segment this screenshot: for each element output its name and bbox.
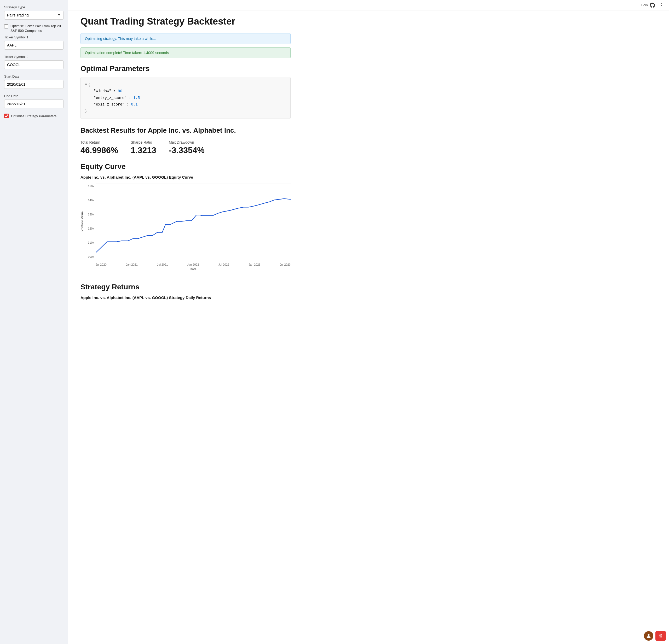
avatar-person-icon (646, 633, 652, 639)
sharpe-ratio-metric: Sharpe Ratio 1.3213 (131, 140, 156, 155)
y-label-130k: 130k (88, 213, 94, 216)
json-close-brace: } (85, 109, 87, 113)
strategy-type-label: Strategy Type (4, 5, 63, 9)
x-label-jul2022: Jul 2022 (218, 263, 229, 266)
ticker1-section: Ticker Symbol 1 (4, 35, 63, 51)
optimal-params-title: Optimal Parameters (81, 64, 290, 73)
y-label-120k: 120k (88, 227, 94, 230)
start-date-input[interactable] (4, 80, 63, 89)
fork-button[interactable]: Fork (641, 3, 655, 8)
equity-curve-section: Apple Inc. vs. Alphabet Inc. (AAPL vs. G… (81, 175, 290, 273)
start-date-label: Start Date (4, 74, 63, 78)
optimise-ticker-label: Optimise Ticker Pair From Top 20 S&P 500… (11, 24, 63, 33)
json-val-window: 90 (118, 89, 122, 93)
json-val-exit: 0.1 (131, 102, 138, 106)
total-return-label: Total Return (81, 140, 118, 144)
metrics-row: Total Return 46.9986% Sharpe Ratio 1.321… (81, 140, 290, 155)
json-collapse-icon[interactable]: ▼ (85, 83, 87, 87)
ticker2-input[interactable] (4, 60, 63, 69)
strategy-returns-title: Strategy Returns (81, 283, 290, 291)
strategy-type-section: Strategy Type Pairs Trading Mean Reversi… (4, 5, 63, 19)
json-open-brace: { (88, 83, 90, 87)
optimise-params-row: Optimise Strategy Parameters (4, 114, 63, 118)
x-label-jan2022: Jan 2022 (187, 263, 199, 266)
json-key-window: "window" (94, 89, 111, 93)
x-axis-title-container: Date (96, 267, 290, 271)
x-label-jul2023: Jul 2023 (280, 263, 290, 266)
max-drawdown-value: -3.3354% (169, 145, 204, 155)
y-label-140k: 140k (88, 199, 94, 202)
equity-line (96, 199, 290, 253)
x-axis-labels: Jul 2020 Jan 2021 Jul 2021 Jan 2022 Jul … (96, 263, 290, 266)
sidebar: Strategy Type Pairs Trading Mean Reversi… (0, 0, 68, 644)
backtest-title: Backtest Results for Apple Inc. vs. Alph… (81, 126, 290, 135)
github-icon (650, 3, 655, 8)
y-axis-title-container: Portfolio Value (81, 184, 84, 259)
chart-area (96, 184, 290, 259)
max-drawdown-label: Max Drawdown (169, 140, 204, 144)
end-date-label: End Date (4, 94, 63, 98)
json-val-entry: 1.5 (133, 96, 140, 100)
sharpe-ratio-value: 1.3213 (131, 145, 156, 155)
json-key-entry: "entry_z_score" (94, 96, 127, 100)
total-return-value: 46.9986% (81, 145, 118, 155)
crown-icon: ♛ (658, 633, 663, 639)
optimise-params-label: Optimise Strategy Parameters (11, 114, 56, 118)
svg-point-0 (647, 634, 650, 636)
topbar: Fork ⋮ (68, 0, 669, 11)
ticker2-section: Ticker Symbol 2 (4, 55, 63, 70)
equity-curve-title: Equity Curve (81, 162, 290, 171)
main-content: Quant Trading Strategy Backtester Optimi… (68, 0, 303, 644)
ticker1-label: Ticker Symbol 1 (4, 35, 63, 39)
total-return-metric: Total Return 46.9986% (81, 140, 118, 155)
crown-button[interactable]: ♛ (655, 631, 666, 641)
equity-curve-chart-title: Apple Inc. vs. Alphabet Inc. (AAPL vs. G… (81, 175, 290, 179)
start-date-section: Start Date (4, 74, 63, 90)
x-label-jul2021: Jul 2021 (157, 263, 168, 266)
optimise-ticker-checkbox[interactable] (4, 24, 8, 28)
x-label-jul2020: Jul 2020 (96, 263, 106, 266)
x-axis-title: Date (190, 267, 196, 271)
alert-info: Optimising strategy. This may take a whi… (81, 33, 290, 44)
optimise-params-checkbox[interactable] (4, 114, 9, 118)
sharpe-ratio-label: Sharpe Ratio (131, 140, 156, 144)
max-drawdown-metric: Max Drawdown -3.3354% (169, 140, 204, 155)
page-title: Quant Trading Strategy Backtester (81, 16, 290, 27)
equity-curve-svg (96, 184, 290, 259)
avatar (644, 631, 653, 641)
y-axis-labels: 150k 140k 130k 120k 110k 100k (84, 184, 96, 259)
chart-wrapper: Portfolio Value 150k 140k 130k 120k 110k… (81, 184, 290, 273)
json-params-block: ▼{ "window" : 90 "entry_z_score" : 1.5 "… (81, 77, 290, 119)
optimise-ticker-row: Optimise Ticker Pair From Top 20 S&P 500… (4, 24, 63, 33)
alert-success: Optimisation complete! Time taken: 1.400… (81, 47, 290, 58)
y-label-100k: 100k (88, 255, 94, 258)
x-label-jan2021: Jan 2021 (126, 263, 138, 266)
more-options-button[interactable]: ⋮ (658, 2, 665, 8)
end-date-section: End Date (4, 94, 63, 109)
y-label-110k: 110k (88, 241, 94, 244)
json-key-exit: "exit_z_score" (94, 102, 125, 106)
bottom-right-actions: ♛ (644, 631, 666, 641)
y-axis-title: Portfolio Value (81, 211, 84, 231)
fork-label: Fork (641, 3, 648, 7)
strategy-type-select[interactable]: Pairs Trading Mean Reversion Momentum (4, 11, 63, 19)
strategy-returns-chart-title: Apple Inc. vs. Alphabet Inc. (AAPL vs. G… (81, 295, 290, 300)
y-label-150k: 150k (88, 185, 94, 188)
x-label-jan2023: Jan 2023 (248, 263, 260, 266)
ticker2-label: Ticker Symbol 2 (4, 55, 63, 59)
end-date-input[interactable] (4, 100, 63, 108)
ticker1-input[interactable] (4, 41, 63, 49)
